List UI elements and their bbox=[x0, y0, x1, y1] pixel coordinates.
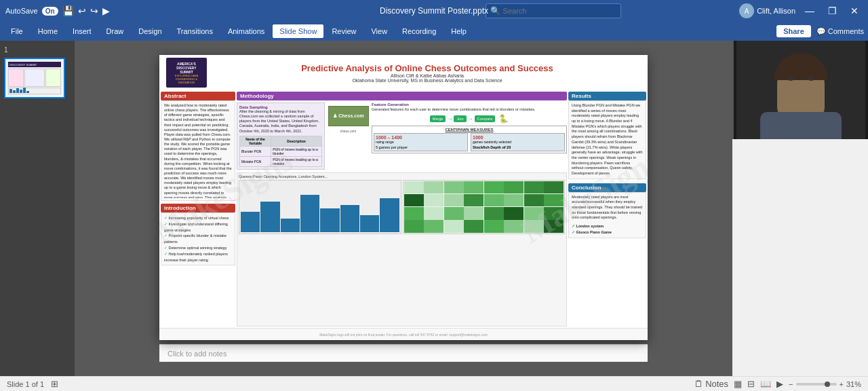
slide-header: AMERICA'S DISCOVERY SUMMIT EXPLORING DAT… bbox=[159, 55, 648, 90]
slide-body: Abstract We analyzed how to moderately r… bbox=[159, 90, 648, 328]
centipawn-title: CENTIPAWN MEASURES bbox=[374, 128, 565, 132]
table-cell-blunder-desc: PGN of moves leading up to a blunder bbox=[271, 146, 322, 156]
title-bar-right: A Clift, Allison — ❐ ✕ bbox=[739, 3, 863, 18]
bullet-1: Increasing popularity of virtual chess bbox=[164, 215, 232, 221]
video-person bbox=[736, 41, 865, 139]
zoom-slider[interactable] bbox=[796, 383, 837, 386]
footer-text: MakeSigns logo will not print on final p… bbox=[319, 333, 488, 337]
tab-insert[interactable]: Insert bbox=[66, 24, 98, 38]
slide-thumb-inner: DISCOVERY SUMMIT bbox=[5, 59, 64, 97]
avatar: A bbox=[739, 3, 754, 18]
title-bar-left: AutoSave On 💾 ↩ ↪ ▶ bbox=[5, 5, 367, 16]
notes-placeholder[interactable]: Click to add notes bbox=[167, 350, 226, 358]
rating-range-label: rating range bbox=[376, 140, 466, 144]
heat-cell bbox=[524, 207, 544, 220]
minimize-button[interactable]: — bbox=[801, 5, 818, 16]
chart-right bbox=[403, 180, 566, 234]
close-button[interactable]: ✕ bbox=[846, 5, 863, 16]
zoom-minus[interactable]: − bbox=[789, 380, 793, 388]
normal-view-icon[interactable]: ▦ bbox=[734, 379, 742, 389]
heat-cell bbox=[464, 207, 484, 220]
present-icon[interactable]: ▶ bbox=[102, 5, 110, 16]
heat-cell bbox=[424, 194, 443, 207]
share-button[interactable]: Share bbox=[776, 25, 811, 37]
abstract-label: Abstract bbox=[161, 92, 235, 100]
heat-cell bbox=[444, 207, 464, 220]
zoom-plus[interactable]: + bbox=[840, 380, 844, 388]
slide-view-icon[interactable]: ⊞ bbox=[51, 379, 58, 389]
ribbon: File Home Insert Draw Design Transitions… bbox=[0, 22, 868, 41]
notes-area[interactable]: Click to add notes bbox=[159, 344, 648, 362]
introduction-section: Introduction Increasing popularity of vi… bbox=[161, 204, 235, 265]
heat-cell bbox=[484, 220, 504, 233]
autosave-label: AutoSave bbox=[5, 7, 38, 15]
tab-home[interactable]: Home bbox=[31, 24, 64, 38]
bar-7 bbox=[360, 215, 379, 232]
heat-cell bbox=[404, 194, 424, 207]
tab-file[interactable]: File bbox=[4, 24, 30, 38]
table-header-desc: Description bbox=[271, 136, 322, 146]
centipawn-content: 1000 – 1400 rating range 5 games per pla… bbox=[374, 133, 565, 151]
tab-transitions[interactable]: Transitions bbox=[170, 24, 220, 38]
restore-button[interactable]: ❐ bbox=[824, 5, 841, 16]
conclusion-bullet-2: Giuoco Piano Game bbox=[572, 229, 643, 236]
tab-design[interactable]: Design bbox=[132, 24, 168, 38]
heat-cell bbox=[544, 194, 564, 207]
tab-slide-show[interactable]: Slide Show bbox=[273, 24, 323, 38]
tab-help[interactable]: Help bbox=[444, 24, 473, 38]
join-btn[interactable]: Join bbox=[454, 115, 466, 122]
slide-footer: MakeSigns logo will not print on final p… bbox=[159, 328, 648, 340]
tab-draw[interactable]: Draw bbox=[100, 24, 131, 38]
undo-icon[interactable]: ↩ bbox=[78, 5, 86, 16]
reading-view-icon[interactable]: 📖 bbox=[760, 379, 771, 389]
user-info: A Clift, Allison bbox=[739, 3, 795, 18]
shoulders bbox=[760, 112, 842, 139]
heat-cell bbox=[464, 194, 484, 207]
bar-3 bbox=[281, 219, 300, 232]
tab-view[interactable]: View bbox=[364, 24, 394, 38]
merge-btn[interactable]: Merge bbox=[430, 115, 446, 122]
slideshow-icon[interactable]: ▶ bbox=[776, 379, 783, 389]
slide-sorter-icon[interactable]: ⊟ bbox=[747, 379, 755, 389]
comments-button[interactable]: 💬 Comments bbox=[816, 27, 864, 36]
heat-cell bbox=[524, 194, 544, 207]
tab-recording[interactable]: Recording bbox=[395, 24, 443, 38]
results-section: Results Using Blunder PGN and Mistake PG… bbox=[568, 92, 646, 179]
right-column: Results Using Blunder PGN and Mistake PG… bbox=[568, 92, 646, 327]
zoom-control: − + 31% bbox=[789, 380, 861, 388]
title-bar: AutoSave On 💾 ↩ ↪ ▶ Discovery Summit Pos… bbox=[0, 0, 868, 22]
notes-button[interactable]: 🗒 Notes bbox=[694, 379, 729, 389]
heat-cell bbox=[524, 220, 544, 233]
heat-cell bbox=[444, 181, 464, 194]
slide-number: 1 bbox=[4, 46, 71, 54]
centipawn-random: 1000 games randomly selected Stockfish D… bbox=[471, 133, 565, 151]
chart-left bbox=[239, 180, 401, 234]
autosave-toggle[interactable]: On bbox=[42, 7, 58, 16]
heat-cell bbox=[464, 220, 484, 233]
table-cell-mistake-desc: PGN of moves leading up to a mistake bbox=[271, 156, 322, 166]
slide-thumbnail[interactable]: DISCOVERY SUMMIT bbox=[4, 58, 65, 98]
data-sampling-block: Data Sampling After the cleaning & minin… bbox=[237, 103, 325, 170]
heat-cell bbox=[544, 220, 564, 233]
search-box[interactable]: 🔍 bbox=[486, 3, 621, 18]
video-overlay bbox=[732, 41, 868, 139]
intro-block: Increasing popularity of virtual chess I… bbox=[161, 212, 235, 265]
heat-cell bbox=[404, 207, 424, 220]
tab-review[interactable]: Review bbox=[325, 24, 363, 38]
chess-url: chess.com bbox=[340, 129, 357, 133]
arrow-2: → bbox=[468, 116, 473, 122]
heat-cell bbox=[504, 181, 524, 194]
compare-btn[interactable]: Compare bbox=[475, 115, 496, 122]
heat-cell bbox=[524, 181, 544, 194]
video-feed bbox=[736, 41, 865, 139]
chess-logo-text: ♟ Chess.com bbox=[333, 113, 363, 119]
search-input[interactable] bbox=[503, 7, 612, 15]
tab-animations[interactable]: Animations bbox=[221, 24, 271, 38]
eye-left bbox=[787, 77, 794, 81]
redo-icon[interactable]: ↪ bbox=[90, 5, 98, 16]
table-header-variable: Name of the Variable bbox=[240, 136, 271, 146]
bottom-bar: Slide 1 of 1 ⊞ 🗒 Notes ▦ ⊟ 📖 ▶ − + 31% bbox=[0, 376, 868, 391]
python-icon: 🐍 bbox=[498, 114, 509, 124]
save-icon[interactable]: 💾 bbox=[62, 5, 74, 16]
abstract-section: Abstract We analyzed how to moderately r… bbox=[161, 92, 235, 201]
